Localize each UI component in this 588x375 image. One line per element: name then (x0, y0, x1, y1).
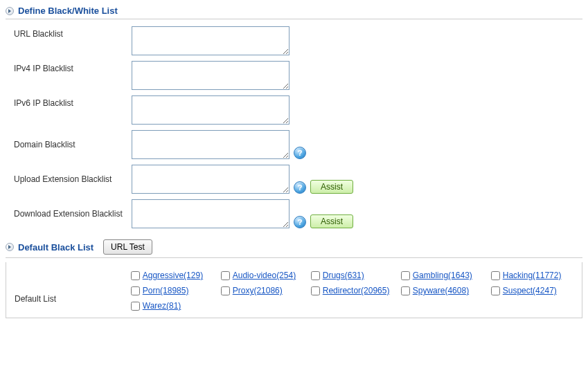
category-checkbox[interactable] (311, 286, 320, 295)
category-checkbox[interactable] (221, 286, 230, 295)
category-checkbox[interactable] (131, 302, 140, 311)
textarea-download-ext-blacklist[interactable] (132, 199, 289, 228)
row-download-ext-blacklist: Download Extension Blacklist ? Assist (6, 196, 582, 231)
textarea-ipv6-blacklist[interactable] (132, 95, 289, 125)
category-link[interactable]: Aggressive(129) (143, 271, 203, 280)
section-title: Define Black/White List (18, 6, 118, 16)
category-checkbox[interactable] (131, 271, 140, 280)
textarea-domain-blacklist[interactable] (132, 130, 289, 159)
help-icon[interactable]: ? (294, 147, 306, 159)
label-default-list: Default List (6, 277, 131, 304)
row-ipv6-blacklist: IPv6 IP Blacklist (6, 93, 582, 127)
row-url-blacklist: URL Blacklist (6, 24, 582, 58)
category-item: Hacking(11772) (491, 271, 581, 280)
collapse-toggle-icon[interactable] (6, 7, 14, 15)
section-title: Default Black List (18, 242, 93, 253)
help-icon[interactable]: ? (294, 216, 306, 228)
category-item: Spyware(4608) (401, 286, 491, 295)
category-checkbox[interactable] (131, 286, 140, 295)
category-item: Gambling(1643) (401, 271, 491, 280)
label-url-blacklist: URL Blacklist (6, 26, 132, 39)
category-link[interactable]: Drugs(631) (323, 271, 364, 280)
label-download-ext-blacklist: Download Extension Blacklist (6, 209, 132, 219)
category-checkbox[interactable] (491, 271, 500, 280)
category-item: Porn(18985) (131, 286, 221, 295)
category-link[interactable]: Spyware(4608) (413, 286, 469, 295)
textarea-ipv4-blacklist[interactable] (132, 61, 289, 90)
category-link[interactable]: Porn(18985) (143, 286, 189, 295)
svg-marker-1 (8, 245, 11, 249)
assist-button[interactable]: Assist (310, 214, 353, 228)
label-upload-ext-blacklist: Upload Extension Blacklist (6, 174, 132, 184)
label-ipv4-blacklist: IPv4 IP Blacklist (6, 61, 132, 73)
label-ipv6-blacklist: IPv6 IP Blacklist (6, 95, 132, 108)
category-checkbox[interactable] (311, 271, 320, 280)
assist-button[interactable]: Assist (310, 180, 353, 194)
collapse-toggle-icon[interactable] (6, 243, 14, 251)
default-blacklist-panel: Default List Aggressive(129)Audio-video(… (6, 262, 582, 318)
row-upload-ext-blacklist: Upload Extension Blacklist ? Assist (6, 162, 582, 196)
category-link[interactable]: Proxy(21086) (233, 286, 283, 295)
category-link[interactable]: Audio-video(254) (233, 271, 296, 280)
row-domain-blacklist: Domain Blacklist ? (6, 127, 582, 162)
category-link[interactable]: Warez(81) (143, 301, 181, 311)
textarea-upload-ext-blacklist[interactable] (132, 165, 289, 194)
category-link[interactable]: Hacking(11772) (503, 271, 562, 280)
category-link[interactable]: Suspect(4247) (503, 286, 557, 295)
category-item: Aggressive(129) (131, 271, 221, 280)
category-checkbox[interactable] (221, 271, 230, 280)
url-test-button[interactable]: URL Test (103, 239, 152, 255)
textarea-url-blacklist[interactable] (132, 26, 289, 55)
section-default-blacklist-header: Default Black List URL Test (6, 238, 582, 258)
category-item: Audio-video(254) (221, 271, 311, 280)
category-grid: Aggressive(129)Audio-video(254)Drugs(631… (131, 271, 582, 311)
category-checkbox[interactable] (491, 286, 500, 295)
label-domain-blacklist: Domain Blacklist (6, 140, 132, 149)
blackwhite-form: URL Blacklist IPv4 IP Blacklist IPv6 IP … (6, 24, 582, 231)
help-icon[interactable]: ? (294, 181, 306, 194)
category-item: Warez(81) (131, 301, 221, 311)
svg-marker-0 (8, 9, 11, 13)
category-item: Proxy(21086) (221, 286, 311, 295)
category-link[interactable]: Gambling(1643) (413, 271, 472, 280)
category-checkbox[interactable] (401, 271, 410, 280)
category-item: Redirector(20965) (311, 286, 401, 295)
category-item: Suspect(4247) (491, 286, 581, 295)
category-link[interactable]: Redirector(20965) (323, 286, 390, 295)
category-item: Drugs(631) (311, 271, 401, 280)
category-checkbox[interactable] (401, 286, 410, 295)
row-ipv4-blacklist: IPv4 IP Blacklist (6, 58, 582, 93)
section-define-blackwhite-header: Define Black/White List (6, 4, 582, 19)
